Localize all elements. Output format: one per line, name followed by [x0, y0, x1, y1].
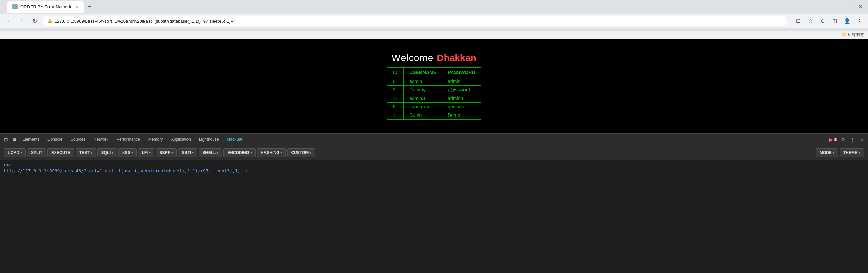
- hackbar-btn-mode[interactable]: MODE▾: [816, 148, 838, 157]
- new-tab-button[interactable]: +: [85, 2, 95, 12]
- welcome-name: Dhakkan: [437, 52, 476, 63]
- data-table: ID USERNAME PASSWORD 8adminadmin3Dummyp@…: [387, 67, 481, 120]
- devtools-device-icon[interactable]: ▣: [10, 135, 18, 144]
- hackbar-btn-custom[interactable]: CUSTOM▾: [287, 148, 315, 157]
- tab-sources[interactable]: Sources: [66, 135, 90, 144]
- minimize-button[interactable]: —: [838, 4, 843, 10]
- tab-bar: 🌐 ORDER BY-Error-Numeric ✕ + — ❐ ✕: [0, 0, 868, 14]
- tab-performance[interactable]: Performance: [113, 135, 144, 144]
- cell-username: Dummy: [404, 85, 442, 94]
- col-header-password: PASSWORD: [442, 68, 481, 77]
- nav-right-icons: ⊞ ☆ ⊙ ◫ 👤 ⋮: [793, 16, 864, 26]
- active-tab[interactable]: 🌐 ORDER BY-Error-Numeric ✕: [7, 1, 84, 13]
- bookmark-icon[interactable]: ☆: [806, 16, 815, 26]
- col-header-username: USERNAME: [404, 68, 442, 77]
- profile-icon[interactable]: 👤: [842, 16, 852, 26]
- url-section: URL http://127.0.0.1:8989/Less-46/?sort=…: [0, 160, 868, 273]
- hackbar-btn-encoding[interactable]: ENCODING▾: [223, 148, 256, 157]
- devtools-console-badge[interactable]: ▶ 1: [829, 135, 837, 144]
- tab-close-button[interactable]: ✕: [75, 4, 79, 9]
- cell-password: p@ssword: [442, 85, 481, 94]
- table-header-row: ID USERNAME PASSWORD: [387, 68, 481, 77]
- cell-username: Dumb: [404, 111, 442, 120]
- tab-console[interactable]: Console: [43, 135, 66, 144]
- table-row: 3Dummyp@ssword: [387, 85, 481, 94]
- tab-favicon: 🌐: [12, 4, 18, 9]
- hackbar-btn-lfi[interactable]: LFI▾: [138, 148, 154, 157]
- hackbar-btn-theme[interactable]: THEME▾: [840, 148, 864, 157]
- back-button[interactable]: ‹: [4, 16, 14, 26]
- devtools-inspect-icon[interactable]: ⊡: [2, 135, 10, 144]
- hackbar-btn-test[interactable]: TEST▾: [76, 148, 96, 157]
- bookmarks-bar: 📁 所有书签: [0, 30, 868, 39]
- menu-icon[interactable]: ⋮: [854, 16, 864, 26]
- table-row: 6supermangenious: [387, 102, 481, 111]
- bookmarks-label: 📁 所有书签: [842, 32, 864, 38]
- navigation-bar: ‹ › ↻ 🔒 127.0.0.1:8989/Less-46/?sort=1%2…: [0, 14, 868, 28]
- devtools-settings-icon[interactable]: ⚙: [839, 135, 847, 144]
- hackbar-btn-shell[interactable]: SHELL▾: [199, 148, 222, 157]
- col-header-id: ID: [387, 68, 403, 77]
- cell-password: Dumb: [442, 111, 481, 120]
- hackbar-btn-sqli[interactable]: SQLI▾: [97, 148, 117, 157]
- address-bar[interactable]: 🔒 127.0.0.1:8989/Less-46/?sort=1%20and%2…: [43, 16, 787, 26]
- reload-button[interactable]: ↻: [30, 16, 39, 26]
- devtools-panel: ⊡ ▣ Elements Console Sources Network Per…: [0, 133, 868, 273]
- cell-id: 8: [387, 77, 403, 85]
- browser-chrome: 🌐 ORDER BY-Error-Numeric ✕ + — ❐ ✕ ‹ › ↻…: [0, 0, 868, 30]
- cell-password: genious: [442, 102, 481, 111]
- hackbar-btn-ssrf[interactable]: SSRF▾: [156, 148, 177, 157]
- devtools-right-icons: ▶ 1 ⚙ ⋮ ✕: [829, 135, 866, 144]
- table-row: 11admin3admin3: [387, 94, 481, 102]
- tab-elements[interactable]: Elements: [18, 135, 43, 144]
- tab-lighthouse[interactable]: Lighthouse: [195, 135, 223, 144]
- url-label: URL: [4, 163, 864, 167]
- cell-id: 11: [387, 94, 403, 102]
- table-row: 8adminadmin: [387, 77, 481, 85]
- devtools-tab-bar: ⊡ ▣ Elements Console Sources Network Per…: [0, 134, 868, 145]
- cell-username: admin3: [404, 94, 442, 102]
- error-badge: 1: [834, 138, 838, 141]
- url-text: 127.0.0.1:8989/Less-46/?sort=1%20and%20i…: [55, 19, 783, 24]
- devtools-close-icon[interactable]: ✕: [858, 135, 866, 144]
- hackbar-btn-split[interactable]: SPLIT: [27, 148, 46, 157]
- url-link: http://127.0.0.1:8989/Less-46/?sort=1 an…: [4, 168, 248, 173]
- browser-content: Welcome Dhakkan ID USERNAME PASSWORD 8ad…: [0, 39, 868, 133]
- hackbar-btn-ssti[interactable]: SSTI▾: [178, 148, 197, 157]
- hackbar-btn-hashing[interactable]: HASHING▾: [257, 148, 286, 157]
- forward-button[interactable]: ›: [17, 16, 26, 26]
- tab-application[interactable]: Application: [167, 135, 195, 144]
- cell-username: superman: [404, 102, 442, 111]
- extension2-icon[interactable]: ◫: [830, 16, 840, 26]
- cell-password: admin: [442, 77, 481, 85]
- extension-icon[interactable]: ⊙: [818, 16, 827, 26]
- translate-icon[interactable]: ⊞: [793, 16, 803, 26]
- hackbar-toolbar: LOAD▾SPLITEXECUTETEST▾SQLI▾XSS▾LFI▾SSRF▾…: [0, 145, 868, 160]
- table-row: 1DumbDumb: [387, 111, 481, 120]
- hackbar-btn-xss[interactable]: XSS▾: [118, 148, 137, 157]
- tab-hackbar[interactable]: HackBar: [223, 135, 247, 144]
- cell-id: 6: [387, 102, 403, 111]
- close-button[interactable]: ✕: [858, 4, 863, 10]
- cell-id: 3: [387, 85, 403, 94]
- welcome-section: Welcome Dhakkan ID USERNAME PASSWORD 8ad…: [387, 52, 481, 120]
- tab-title: ORDER BY-Error-Numeric: [20, 4, 72, 9]
- cell-username: admin: [404, 77, 442, 85]
- welcome-text: Welcome: [392, 52, 433, 63]
- maximize-button[interactable]: ❐: [849, 4, 853, 9]
- tab-network[interactable]: Network: [90, 135, 113, 144]
- lock-icon: 🔒: [47, 19, 53, 23]
- hackbar-btn-load[interactable]: LOAD▾: [4, 148, 26, 157]
- devtools-more-icon[interactable]: ⋮: [848, 135, 856, 144]
- cell-password: admin3: [442, 94, 481, 102]
- cell-id: 1: [387, 111, 403, 120]
- tab-memory[interactable]: Memory: [144, 135, 167, 144]
- url-value: http://127.0.0.1:8989/Less-46/?sort=1 an…: [4, 168, 864, 173]
- hackbar-btn-execute[interactable]: EXECUTE: [47, 148, 74, 157]
- hackbar-right-buttons: MODE▾THEME▾: [816, 148, 864, 157]
